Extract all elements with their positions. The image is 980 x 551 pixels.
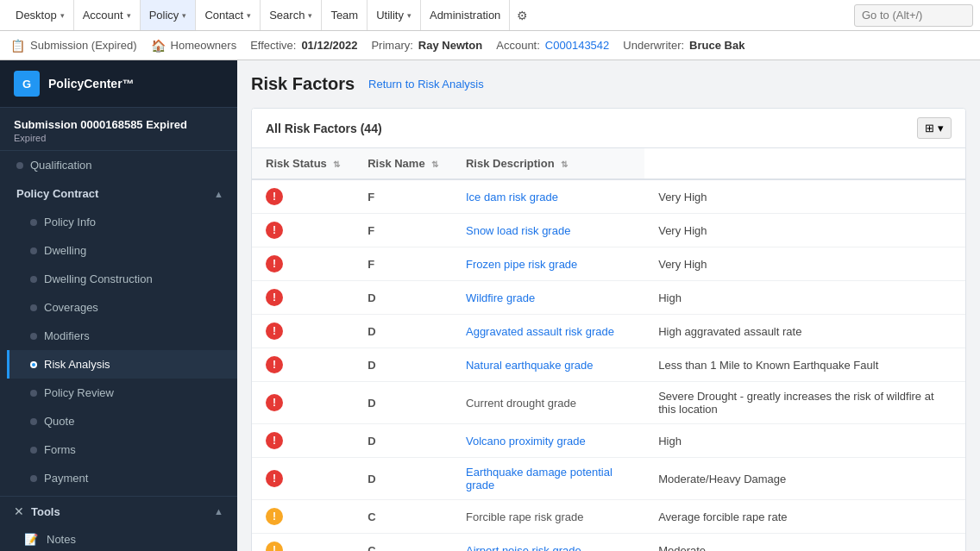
chevron-down-icon: ▾ (182, 11, 186, 20)
nav-account[interactable]: Account ▾ (74, 0, 141, 30)
status-indicator: ! (266, 222, 283, 239)
nav-search[interactable]: Search ▾ (261, 0, 322, 30)
table-row: !CAirport noise risk gradeModerate (252, 534, 965, 552)
status-indicator: ! (266, 188, 283, 205)
status-indicator: ! (266, 432, 283, 449)
nav-desktop[interactable]: Desktop ▾ (7, 0, 74, 30)
app-name: PolicyCenter™ (48, 77, 135, 91)
risk-name-link[interactable]: Snow load risk grade (466, 224, 570, 237)
risk-name-link[interactable]: Natural earthquake grade (466, 359, 593, 372)
risk-description-cell: Less than 1 Mile to Known Earthquake Fau… (644, 348, 965, 382)
risk-status-cell: ! (252, 424, 354, 458)
nav-utility[interactable]: Utility ▾ (368, 0, 421, 30)
goto-search-box[interactable] (854, 4, 973, 27)
risk-grade-cell: D (354, 315, 452, 348)
sidebar-item-quote[interactable]: Quote (7, 407, 237, 435)
underwriter-breadcrumb: Underwriter: Bruce Bak (623, 39, 744, 52)
risk-name-link[interactable]: Aggravated assault risk grade (466, 325, 614, 338)
table-row: !FIce dam risk gradeVery High (252, 179, 965, 214)
risk-description-cell: Moderate (644, 534, 965, 552)
col-risk-status[interactable]: Risk Status ⇅ (252, 148, 354, 179)
risk-name-cell[interactable]: Volcano proximity grade (452, 424, 644, 458)
col-risk-description[interactable]: Risk Description ⇅ (452, 148, 644, 179)
submission-title: Submission 0000168585 Expired (14, 118, 223, 131)
sidebar-item-payment[interactable]: Payment (7, 464, 237, 492)
risk-name-link[interactable]: Volcano proximity grade (466, 435, 586, 448)
grid-view-button[interactable]: ⊞ ▾ (917, 117, 952, 139)
risk-description-cell: Severe Drought - greatly increases the r… (644, 382, 965, 424)
risk-name-cell[interactable]: Snow load risk grade (452, 214, 644, 247)
account-link[interactable]: C000143542 (545, 39, 609, 52)
chevron-down-icon: ▾ (247, 11, 251, 20)
sidebar-item-policy-info[interactable]: Policy Info (7, 208, 237, 236)
risk-name-cell[interactable]: Wildfire grade (452, 281, 644, 315)
status-indicator: ! (266, 322, 283, 340)
status-indicator: ! (266, 289, 283, 306)
account-breadcrumb: Account: C000143542 (496, 39, 609, 52)
risk-name-cell[interactable]: Ice dam risk grade (452, 179, 644, 214)
sidebar-item-qualification[interactable]: Qualification (0, 151, 237, 179)
nav-contact[interactable]: Contact ▾ (196, 0, 261, 30)
risk-name-cell[interactable]: Frozen pipe risk grade (452, 247, 644, 281)
risk-description-cell: Very High (644, 214, 965, 247)
nav-dot (30, 219, 37, 226)
risk-name-link[interactable]: Wildfire grade (466, 291, 535, 304)
nav-team[interactable]: Team (322, 0, 368, 30)
risk-name-link[interactable]: Airport noise risk grade (466, 544, 581, 552)
chevron-up-icon: ▲ (214, 189, 223, 199)
sidebar-item-forms[interactable]: Forms (7, 435, 237, 464)
nav-dot (30, 333, 37, 340)
risk-grade-cell: D (354, 348, 452, 382)
main-layout: G PolicyCenter™ Submission 0000168585 Ex… (0, 60, 980, 551)
table-row: !CForcible rape risk gradeAverage forcib… (252, 500, 965, 534)
col-risk-name[interactable]: Risk Name ⇅ (354, 148, 452, 179)
breadcrumb-bar: 📋 Submission (Expired) 🏠 Homeowners Effe… (0, 31, 980, 60)
risk-name-link[interactable]: Earthquake damage potential grade (466, 466, 612, 492)
table-row: !DWildfire gradeHigh (252, 281, 965, 315)
content-area: Risk Factors Return to Risk Analysis All… (237, 60, 980, 551)
risk-name-cell[interactable]: Airport noise risk grade (452, 534, 644, 552)
sidebar-item-dwelling-construction[interactable]: Dwelling Construction (7, 265, 237, 293)
risk-description-cell: Very High (644, 247, 965, 281)
home-icon: 🏠 (151, 39, 166, 53)
risk-factors-table: Risk Status ⇅ Risk Name ⇅ Risk Descripti… (252, 148, 965, 551)
risk-name-link[interactable]: Ice dam risk grade (466, 191, 558, 203)
risk-name-text: Forcible rape risk grade (466, 510, 584, 523)
risk-factors-table-container: All Risk Factors (44) ⊞ ▾ Risk Status ⇅ (251, 108, 966, 551)
sidebar-item-notes[interactable]: 📝 Notes (0, 526, 237, 551)
risk-status-cell: ! (252, 315, 354, 348)
nav-policy[interactable]: Policy ▾ (141, 0, 197, 30)
risk-name-cell[interactable]: Aggravated assault risk grade (452, 315, 644, 348)
risk-description-cell: Average forcible rape rate (644, 500, 965, 534)
sidebar-item-coverages[interactable]: Coverages (7, 293, 237, 322)
status-indicator: ! (266, 356, 283, 373)
sidebar-item-modifiers[interactable]: Modifiers (7, 322, 237, 350)
risk-name-link[interactable]: Frozen pipe risk grade (466, 258, 577, 271)
sidebar-item-policy-review[interactable]: Policy Review (7, 379, 237, 407)
tools-section-header[interactable]: ✕ Tools ▲ (0, 497, 237, 526)
risk-grade-cell: C (354, 500, 452, 534)
chevron-up-icon: ▲ (214, 506, 223, 517)
table-row: !DVolcano proximity gradeHigh (252, 424, 965, 458)
settings-icon[interactable]: ⚙ (510, 9, 535, 22)
sidebar-item-dwelling[interactable]: Dwelling (7, 236, 237, 265)
risk-status-cell: ! (252, 534, 354, 552)
nav-administration[interactable]: Administration (421, 0, 510, 30)
risk-name-cell: Current drought grade (452, 382, 644, 424)
risk-status-cell: ! (252, 500, 354, 534)
risk-status-cell: ! (252, 214, 354, 247)
sort-icon: ⇅ (561, 160, 568, 169)
sidebar-section-policy-contract[interactable]: Policy Contract ▲ (0, 179, 237, 208)
risk-name-cell[interactable]: Natural earthquake grade (452, 348, 644, 382)
sidebar-item-risk-analysis[interactable]: Risk Analysis (7, 350, 237, 379)
return-to-risk-analysis-link[interactable]: Return to Risk Analysis (368, 78, 484, 91)
risk-grade-cell: D (354, 424, 452, 458)
nav-dot (30, 390, 37, 397)
policy-contract-subnav: Policy Info Dwelling Dwelling Constructi… (0, 208, 237, 492)
effective-date-breadcrumb: Effective: 01/12/2022 (250, 39, 357, 52)
risk-grade-cell: F (354, 214, 452, 247)
goto-input[interactable] (862, 9, 965, 22)
sort-icon: ⇅ (333, 160, 340, 169)
risk-grade-cell: C (354, 534, 452, 552)
risk-name-cell[interactable]: Earthquake damage potential grade (452, 458, 644, 500)
